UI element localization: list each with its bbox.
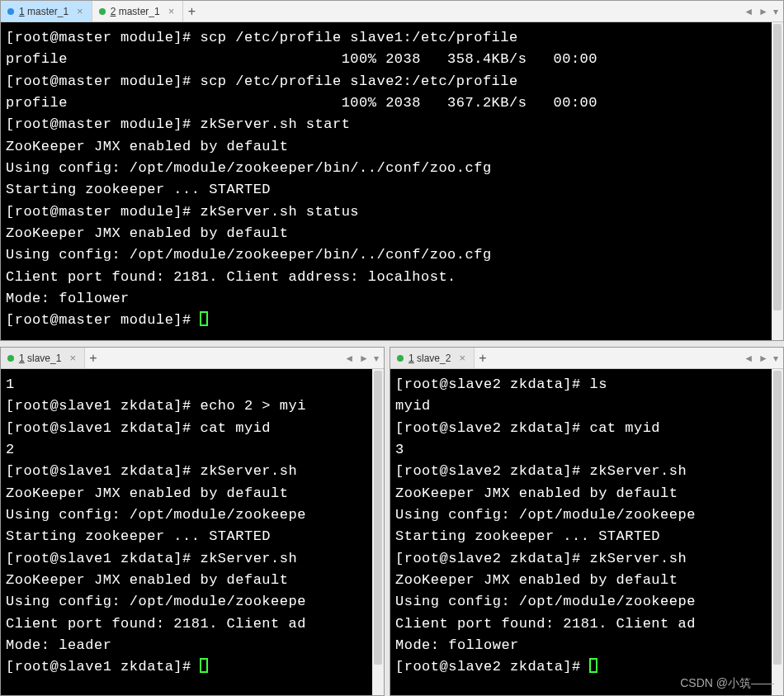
- tab-label: master_1: [27, 6, 68, 17]
- terminal-output-master[interactable]: [root@master module]# scp /etc/profile s…: [1, 22, 783, 340]
- terminal-output-slave2[interactable]: [root@slave2 zkdata]# ls myid [root@slav…: [390, 369, 783, 695]
- term-line: Using config: /opt/module/zookeepe: [395, 594, 696, 609]
- term-line: Using config: /opt/module/zookeeper/bin/…: [6, 247, 492, 263]
- term-line: Starting zookeeper ... STARTED: [6, 182, 271, 197]
- term-prompt: [root@master module]#: [6, 312, 200, 328]
- term-line: [root@slave2 zkdata]# zkServer.sh: [395, 551, 696, 566]
- tab-number: 2: [111, 6, 116, 17]
- term-prompt: [root@slave2 zkdata]#: [395, 659, 589, 675]
- status-dot-icon: [99, 8, 106, 15]
- term-line: Using config: /opt/module/zookeepe: [6, 594, 306, 609]
- terminal-output-slave1[interactable]: 1 [root@slave1 zkdata]# echo 2 > myi [ro…: [1, 369, 384, 695]
- scrollbar-thumb[interactable]: [773, 371, 782, 665]
- tab-label: slave_2: [417, 353, 451, 364]
- tab-nav-right-icon[interactable]: ►: [757, 353, 770, 364]
- cursor-icon: [200, 311, 208, 326]
- term-line: [root@master module]# scp /etc/profile s…: [6, 30, 518, 45]
- new-tab-button[interactable]: +: [85, 348, 103, 368]
- tab-number: 1: [19, 6, 25, 17]
- term-line: 1: [6, 376, 15, 392]
- term-line: ZooKeeper JMX enabled by default: [6, 485, 288, 501]
- tab-nav-right-icon[interactable]: ►: [357, 353, 371, 364]
- tab-number: 1: [19, 353, 25, 364]
- term-line: [root@slave1 zkdata]# cat myid: [6, 420, 271, 436]
- cursor-icon: [589, 658, 597, 673]
- term-line: [root@master module]# zkServer.sh start: [6, 116, 350, 132]
- term-line: ZooKeeper JMX enabled by default: [395, 485, 678, 501]
- tab-label: slave_1: [27, 353, 61, 364]
- tab-nav-menu-icon[interactable]: ▾: [772, 6, 780, 17]
- tab-nav-right-icon[interactable]: ►: [757, 6, 770, 17]
- tabbar-br: 1 slave_2 × + ◄ ► ▾: [390, 348, 783, 369]
- terminal-pane-slave2: 1 slave_2 × + ◄ ► ▾ [root@slave2 zkdata]…: [390, 347, 784, 696]
- term-line: ZooKeeper JMX enabled by default: [6, 225, 288, 241]
- term-line: Mode: follower: [395, 637, 519, 653]
- tab-nav-controls: ◄ ► ▾: [342, 348, 384, 368]
- terminal-pane-slave1: 1 slave_1 × + ◄ ► ▾ 1 [root@slave1 zkdat…: [0, 347, 385, 696]
- term-line: myid: [395, 398, 431, 414]
- term-line: ZooKeeper JMX enabled by default: [6, 139, 288, 154]
- cursor-icon: [200, 658, 208, 673]
- term-line: profile 100% 2038 367.2KB/s 00:00: [6, 95, 633, 111]
- tab-master-2[interactable]: 2 master_1 ×: [92, 1, 184, 21]
- term-line: Using config: /opt/module/zookeepe: [395, 507, 696, 523]
- scrollbar[interactable]: [772, 22, 783, 340]
- term-line: [root@master module]# scp /etc/profile s…: [6, 73, 518, 89]
- term-line: Client port found: 2181. Client address:…: [6, 269, 456, 285]
- tab-label: master_1: [119, 6, 160, 17]
- term-line: ZooKeeper JMX enabled by default: [395, 572, 678, 588]
- scrollbar[interactable]: [772, 369, 783, 695]
- term-line: [root@slave1 zkdata]# zkServer.sh: [6, 463, 306, 479]
- term-line: [root@slave2 zkdata]# zkServer.sh: [395, 463, 696, 479]
- tabbar-bl: 1 slave_1 × + ◄ ► ▾: [1, 348, 384, 369]
- tab-number: 1: [409, 353, 414, 364]
- close-icon[interactable]: ×: [168, 5, 175, 17]
- term-line: Mode: leader: [6, 637, 111, 653]
- tab-slave2[interactable]: 1 slave_2 ×: [390, 348, 475, 368]
- tab-master-1[interactable]: 1 master_1 ×: [1, 1, 92, 21]
- close-icon[interactable]: ×: [69, 352, 76, 364]
- scrollbar[interactable]: [372, 369, 384, 695]
- term-line: Mode: follower: [6, 291, 130, 306]
- term-line: [root@slave2 zkdata]# cat myid: [395, 420, 660, 436]
- tab-nav-controls: ◄ ► ▾: [742, 1, 783, 21]
- term-line: [root@slave1 zkdata]# zkServer.sh: [6, 551, 306, 566]
- terminal-pane-master: 1 master_1 × 2 master_1 × + ◄ ► ▾ [root@…: [0, 0, 784, 341]
- tab-nav-menu-icon[interactable]: ▾: [772, 353, 780, 364]
- tab-nav-menu-icon[interactable]: ▾: [372, 353, 380, 364]
- term-line: Starting zookeeper ... STARTED: [6, 528, 271, 544]
- close-icon[interactable]: ×: [459, 352, 465, 364]
- new-tab-button[interactable]: +: [183, 1, 201, 21]
- tabbar-top: 1 master_1 × 2 master_1 × + ◄ ► ▾: [1, 1, 783, 22]
- new-tab-button[interactable]: +: [475, 348, 493, 368]
- term-line: 3: [395, 442, 404, 457]
- tab-nav-left-icon[interactable]: ◄: [742, 6, 755, 17]
- tab-nav-left-icon[interactable]: ◄: [342, 353, 356, 364]
- status-dot-icon: [397, 355, 404, 362]
- term-line: Client port found: 2181. Client ad: [395, 616, 696, 632]
- scrollbar-thumb[interactable]: [374, 371, 382, 665]
- term-line: Using config: /opt/module/zookeeper/bin/…: [6, 160, 492, 176]
- term-prompt: [root@slave1 zkdata]#: [6, 659, 200, 675]
- term-line: profile 100% 2038 358.4KB/s 00:00: [6, 51, 633, 67]
- tab-nav-controls: ◄ ► ▾: [742, 348, 783, 368]
- tab-nav-left-icon[interactable]: ◄: [742, 353, 755, 364]
- term-line: [root@slave1 zkdata]# echo 2 > myi: [6, 398, 306, 414]
- status-dot-icon: [7, 8, 14, 15]
- term-line: Using config: /opt/module/zookeepe: [6, 507, 306, 523]
- term-line: 2: [6, 442, 15, 457]
- term-line: Starting zookeeper ... STARTED: [395, 528, 660, 544]
- term-line: [root@slave2 zkdata]# ls: [395, 376, 607, 392]
- scrollbar-thumb[interactable]: [773, 24, 782, 310]
- term-line: [root@master module]# zkServer.sh status: [6, 204, 359, 220]
- term-line: Client port found: 2181. Client ad: [6, 616, 306, 632]
- status-dot-icon: [7, 355, 14, 362]
- term-line: ZooKeeper JMX enabled by default: [6, 572, 288, 588]
- tab-slave1[interactable]: 1 slave_1 ×: [1, 348, 85, 368]
- close-icon[interactable]: ×: [77, 5, 83, 17]
